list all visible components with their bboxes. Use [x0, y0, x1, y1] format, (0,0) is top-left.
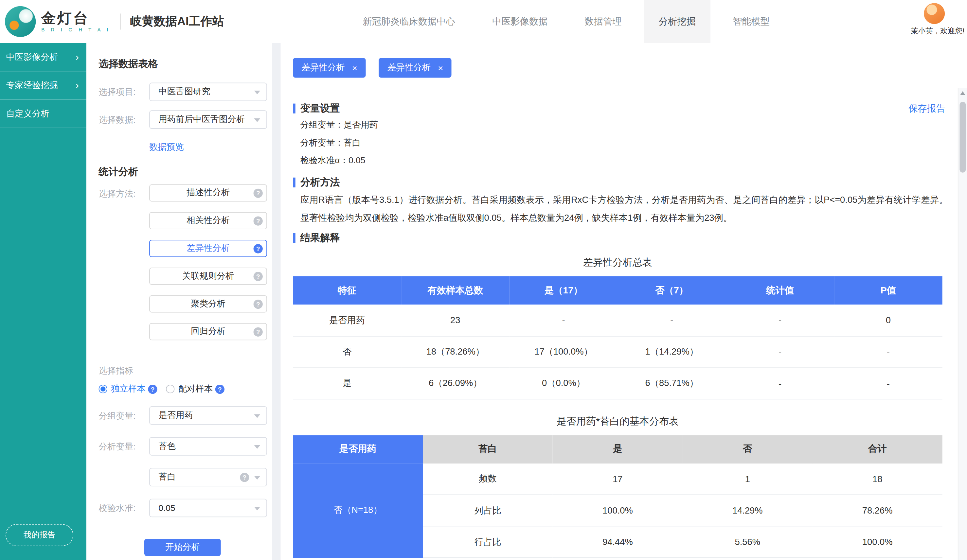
start-analysis-button[interactable]: 开始分析 — [144, 539, 221, 556]
radio-paired-label[interactable]: 配对样本 — [178, 383, 213, 394]
alpha-level-select[interactable]: 0.05 — [149, 499, 267, 517]
cell: 1 — [683, 463, 812, 494]
cell: - — [726, 336, 834, 367]
analysis-variable-value: 苔色 — [158, 441, 176, 452]
section-accent-bar — [293, 178, 295, 188]
project-select-value: 中医舌图研究 — [158, 86, 210, 97]
section-accent-bar — [293, 233, 295, 243]
tab-label: 差异性分析 — [388, 62, 431, 73]
cell: 是否用药 — [293, 305, 401, 336]
method-descriptive-analysis[interactable]: 描述性分析 ? — [149, 184, 267, 201]
column-header: 合计 — [812, 435, 942, 463]
alpha-level-text: 检验水准α：0.05 — [300, 154, 967, 166]
chevron-down-icon — [254, 445, 260, 449]
close-icon[interactable]: × — [352, 63, 357, 72]
radio-paired-sample[interactable] — [166, 385, 175, 393]
cell: 18（78.26%） — [401, 336, 510, 367]
group-variable-label: 分组变量: — [99, 406, 150, 425]
my-reports-button[interactable]: 我的报告 — [5, 524, 73, 546]
radio-independent-sample[interactable] — [99, 385, 107, 393]
help-icon[interactable]: ? — [254, 189, 263, 198]
data-table-section-title: 选择数据表格 — [99, 58, 267, 70]
project-select[interactable]: 中医舌图研究 — [149, 83, 267, 101]
distribution-table-title: 是否用药*苔白的基本分布表 — [293, 415, 942, 428]
method-regression-analysis[interactable]: 回归分析 ? — [149, 323, 267, 341]
welcome-text: 茉小英，欢迎您! — [911, 26, 965, 36]
result-section-title: 结果解释 — [300, 232, 340, 245]
scroll-up-arrow-icon[interactable] — [959, 88, 967, 98]
dataset-select[interactable]: 用药前后中医舌图分析 — [149, 110, 267, 129]
scrollbar-thumb[interactable] — [959, 102, 966, 173]
method-list: 描述性分析 ? 相关性分析 ? 差异性分析 ? 关联规则分析 ? 聚类分析 — [149, 184, 267, 340]
cell: 100.0% — [812, 526, 942, 558]
app-root: 金灯台 B R I G H T A I 岐黄数据AI工作站 新冠肺炎临床数据中心… — [0, 0, 967, 560]
analysis-variable-secondary-row: 苔白 ? — [99, 468, 267, 486]
brand[interactable]: 金灯台 B R I G H T A I — [0, 6, 111, 37]
cell: 94.44% — [553, 526, 683, 558]
group-variable-select[interactable]: 是否用药 — [149, 406, 267, 425]
help-icon[interactable]: ? — [254, 300, 263, 309]
help-icon[interactable]: ? — [254, 272, 263, 281]
help-icon[interactable]: ? — [215, 384, 224, 394]
corner-header: 是否用药 — [293, 435, 423, 463]
methods-row: 选择方法: 描述性分析 ? 相关性分析 ? 差异性分析 ? 关联规则分析 ? — [99, 184, 267, 340]
analysis-variable-secondary-select[interactable]: 苔白 ? — [149, 468, 267, 486]
radio-independent-label[interactable]: 独立样本 — [111, 383, 145, 394]
variable-section-title: 变量设置 — [300, 102, 340, 115]
cell: - — [726, 305, 834, 336]
cell: 18 — [812, 463, 942, 494]
close-icon[interactable]: × — [438, 63, 443, 72]
method-correlation-analysis[interactable]: 相关性分析 ? — [149, 212, 267, 229]
nav-covid-clinical-data-center[interactable]: 新冠肺炎临床数据中心 — [348, 0, 470, 43]
method-clustering-analysis[interactable]: 聚类分析 ? — [149, 295, 267, 313]
sidebar-item-tcm-image-analysis[interactable]: 中医影像分析 › — [0, 43, 86, 72]
chevron-down-icon — [254, 414, 260, 418]
method-section-title: 分析方法 — [300, 176, 340, 189]
nav-tcm-imaging-data[interactable]: 中医影像数据 — [477, 0, 563, 43]
tab-difference-analysis-2[interactable]: 差异性分析 × — [379, 58, 452, 77]
brand-logo-icon — [5, 6, 36, 37]
column-header: 否 — [683, 435, 812, 463]
sidebar-item-custom-analysis[interactable]: 自定义分析 — [0, 100, 86, 128]
chevron-down-icon — [254, 119, 260, 122]
summary-table-title: 差异性分析总表 — [293, 257, 942, 269]
sidebar-item-label: 中医影像分析 — [6, 51, 58, 63]
project-label: 选择项目: — [99, 83, 150, 101]
data-preview-link[interactable]: 数据预览 — [149, 142, 184, 152]
cell: 1（14.29%） — [617, 336, 726, 367]
cell: 0（0.0%） — [510, 367, 618, 399]
cell: 5.56% — [683, 526, 812, 558]
cell: - — [834, 336, 942, 367]
brand-subtitle: B R I G H T A I — [41, 27, 110, 33]
cell: 否 — [293, 336, 401, 367]
config-panel: 选择数据表格 选择项目: 中医舌图研究 选择数据: 用药前后中医舌图分析 数据预… — [86, 43, 272, 560]
help-icon[interactable]: ? — [148, 384, 157, 394]
method-association-rules-analysis[interactable]: 关联规则分析 ? — [149, 268, 267, 285]
method-description-text: 应用R语言（版本号3.5.1）进行数据分析。苔白采用频数表示，采用RxC卡方检验… — [300, 191, 948, 227]
analysis-variable-select[interactable]: 苔色 — [149, 437, 267, 456]
user-area: 茉小英，欢迎您! — [911, 3, 965, 36]
sidebar-item-expert-experience-mining[interactable]: 专家经验挖掘 › — [0, 72, 86, 100]
tab-bar: 差异性分析 × 差异性分析 × — [293, 58, 967, 77]
analysis-variable-label: 分析变量: — [99, 437, 150, 456]
vertical-scrollbar[interactable] — [958, 88, 967, 560]
method-section-header: 分析方法 — [293, 176, 967, 189]
group-variable-text: 分组变量：是否用药 — [300, 119, 967, 131]
tab-difference-analysis-1[interactable]: 差异性分析 × — [293, 58, 366, 77]
method-label: 选择方法: — [99, 184, 150, 203]
help-icon[interactable]: ? — [254, 328, 263, 337]
method-difference-analysis[interactable]: 差异性分析 ? — [149, 240, 267, 257]
nav-intelligent-model[interactable]: 智能模型 — [718, 0, 785, 43]
group-variable-value: 是否用药 — [158, 410, 193, 421]
nav-analysis-mining[interactable]: 分析挖掘 — [644, 0, 711, 43]
indicator-label: 选择指标 — [99, 365, 267, 376]
save-report-link[interactable]: 保存报告 — [908, 103, 946, 114]
help-icon[interactable]: ? — [254, 244, 263, 253]
avatar[interactable] — [924, 3, 945, 24]
help-icon[interactable]: ? — [254, 216, 263, 226]
sidebar-item-label: 自定义分析 — [6, 108, 50, 119]
nav-data-management[interactable]: 数据管理 — [570, 0, 637, 43]
method-button-label: 相关性分析 — [186, 215, 230, 226]
cell: 23 — [401, 305, 510, 336]
help-icon[interactable]: ? — [240, 473, 249, 482]
